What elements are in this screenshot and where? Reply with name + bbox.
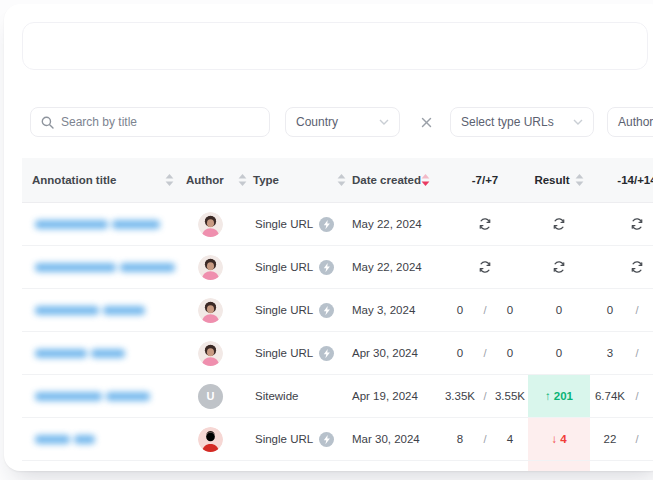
type-cell: Single URL (253, 203, 352, 245)
author-avatar (198, 298, 223, 323)
date-cell: Apr 30, 2024 (352, 332, 442, 374)
top-toolbar-placeholder (22, 22, 648, 70)
column-header-m14: -14/+14 (590, 174, 653, 186)
sort-icon (165, 174, 174, 186)
date-cell: Apr 19, 2024 (352, 375, 442, 417)
annotation-title-link[interactable] (35, 349, 125, 358)
chevron-down-icon (573, 119, 583, 125)
type-urls-select[interactable]: Select type URLs (450, 107, 594, 137)
author-avatar: U (198, 384, 223, 409)
column-header-author[interactable]: Author (186, 174, 253, 186)
search-icon (41, 116, 54, 129)
table-row: Single URL Apr 30, 2024 0/0 0 3/ (22, 332, 653, 375)
result-cell: ↑201 (528, 375, 590, 417)
country-select-value: Country (296, 115, 338, 129)
title-cell (22, 203, 186, 245)
author-cell (186, 203, 253, 245)
table-header-row: Annotation title Author Type Date create… (22, 158, 653, 203)
minus14-plus14-cell: 6.74K/6 (590, 375, 653, 417)
type-urls-select-value: Select type URLs (461, 115, 554, 129)
title-cell (22, 289, 186, 331)
title-cell (22, 418, 186, 460)
annotation-title-link[interactable] (35, 392, 150, 401)
annotation-title-link[interactable] (35, 263, 175, 272)
clear-filter-button[interactable] (418, 114, 434, 130)
table-row: Single URL May 22, 2024 (22, 203, 653, 246)
minus14-plus14-cell: 0/ (590, 289, 653, 331)
author-avatar (198, 341, 223, 366)
search-by-title-field[interactable] (30, 107, 270, 137)
minus7-plus7-cell: 8/4 (442, 418, 528, 460)
author-cell (186, 418, 253, 460)
date-cell: May 22, 2024 (352, 203, 442, 245)
title-cell (22, 332, 186, 374)
column-header-type[interactable]: Type (253, 174, 352, 186)
type-cell: Single URL (253, 418, 352, 460)
x-icon (421, 117, 432, 128)
column-header-date[interactable]: Date created (352, 174, 442, 186)
boost-bolt-icon (319, 432, 334, 447)
refresh-icon[interactable] (478, 260, 492, 274)
table-row: Single URL Mar 30, 2024 8/4 ↓4 22/ (22, 418, 653, 461)
author-select-value: Author (618, 115, 653, 129)
boost-bolt-icon (319, 346, 334, 361)
annotation-title-link[interactable] (35, 220, 160, 229)
sort-icon (421, 174, 430, 186)
result-cell: 0 (528, 332, 590, 374)
result-cell (528, 203, 590, 245)
annotations-table: Annotation title Author Type Date create… (22, 158, 653, 471)
search-input[interactable] (61, 115, 259, 129)
minus14-plus14-cell (590, 246, 653, 288)
table-body: Single URL May 22, 2024 Single URL May 2… (22, 203, 653, 471)
annotations-panel: Country Select type URLs Author Annotati… (4, 4, 653, 471)
boost-bolt-icon (319, 303, 334, 318)
sort-icon (575, 174, 584, 186)
column-header-result[interactable]: Result (528, 174, 590, 186)
refresh-icon[interactable] (478, 217, 492, 231)
refresh-icon[interactable] (630, 260, 644, 274)
table-row-partial (22, 461, 653, 471)
table-row: Single URL May 22, 2024 (22, 246, 653, 289)
country-select[interactable]: Country (285, 107, 400, 137)
arrow-down-icon: ↓ (551, 433, 557, 445)
refresh-icon[interactable] (552, 260, 566, 274)
title-cell (22, 246, 186, 288)
result-cell (528, 461, 590, 471)
author-cell (186, 246, 253, 288)
minus7-plus7-cell: 0/0 (442, 289, 528, 331)
minus7-plus7-cell: 0/0 (442, 332, 528, 374)
minus7-plus7-cell (442, 246, 528, 288)
boost-bolt-icon (319, 217, 334, 232)
result-cell (528, 246, 590, 288)
sort-icon (238, 174, 247, 186)
minus14-plus14-cell: 3/ (590, 332, 653, 374)
type-cell: Single URL (253, 332, 352, 374)
title-cell (22, 375, 186, 417)
author-avatar (198, 212, 223, 237)
minus14-plus14-cell: 22/ (590, 418, 653, 460)
annotation-title-link[interactable] (35, 435, 95, 444)
chevron-down-icon (379, 119, 389, 125)
column-header-m7: -7/+7 (442, 174, 528, 186)
column-header-title[interactable]: Annotation title (22, 174, 186, 186)
arrow-up-icon: ↑ (545, 390, 551, 402)
refresh-icon[interactable] (630, 217, 644, 231)
date-cell: May 22, 2024 (352, 246, 442, 288)
boost-bolt-icon (319, 260, 334, 275)
minus7-plus7-cell (442, 203, 528, 245)
minus7-plus7-cell: 3.35K/3.55K (442, 375, 528, 417)
author-avatar (198, 427, 223, 452)
refresh-icon[interactable] (552, 217, 566, 231)
author-cell (186, 289, 253, 331)
type-cell: Sitewide (253, 375, 352, 417)
author-cell (186, 332, 253, 374)
author-select[interactable]: Author (607, 107, 653, 137)
type-cell: Single URL (253, 246, 352, 288)
annotation-title-link[interactable] (35, 306, 145, 315)
type-cell: Single URL (253, 289, 352, 331)
minus14-plus14-cell (590, 203, 653, 245)
table-row: Single URL May 3, 2024 0/0 0 0/ (22, 289, 653, 332)
author-cell: U (186, 375, 253, 417)
sort-icon (337, 174, 346, 186)
date-cell: Mar 30, 2024 (352, 418, 442, 460)
